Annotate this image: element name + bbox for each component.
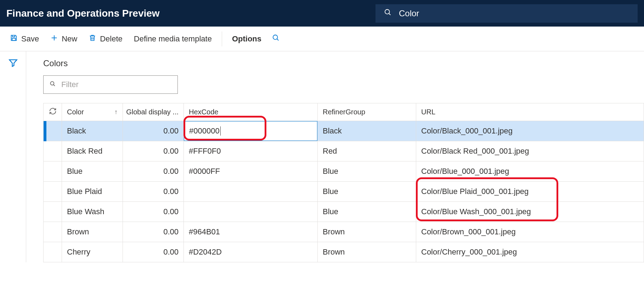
table-row[interactable]: Blue Wash 0.00 Blue Color/Blue Wash_000_…	[44, 202, 644, 222]
global-search[interactable]	[375, 4, 638, 23]
column-label: Global display ...	[126, 108, 179, 116]
search-icon	[49, 80, 56, 89]
sort-ascending-icon: ↑	[114, 108, 118, 116]
grid-filter[interactable]	[43, 75, 178, 94]
cell-display[interactable]: 0.00	[123, 161, 184, 182]
cell-color[interactable]: Blue Wash	[62, 202, 123, 222]
grid-filter-input[interactable]	[61, 80, 172, 89]
new-button[interactable]: New	[45, 31, 82, 47]
define-media-template-button[interactable]: Define media template	[129, 32, 217, 46]
table-row[interactable]: Cherry 0.00 #D2042D Brown Color/Cherry_0…	[44, 242, 644, 262]
save-icon	[10, 34, 18, 44]
cell-url[interactable]: Color/Brown_000_001.jpeg	[416, 222, 644, 242]
cell-hexcode[interactable]: #000000	[184, 121, 318, 141]
table-row[interactable]: Black 0.00 #000000 Black Color/Black_000…	[44, 121, 644, 141]
cell-display[interactable]: 0.00	[123, 202, 184, 222]
column-header-refinergroup[interactable]: RefinerGroup	[318, 103, 416, 121]
cell-hexcode[interactable]: #FFF0F0	[184, 141, 318, 161]
search-icon	[384, 8, 399, 18]
refresh-button[interactable]	[44, 103, 62, 121]
table-row[interactable]: Brown 0.00 #964B01 Brown Color/Brown_000…	[44, 222, 644, 242]
cell-color[interactable]: Black Red	[62, 141, 123, 161]
delete-label: Delete	[100, 34, 123, 44]
cell-color[interactable]: Blue Plaid	[62, 182, 123, 202]
cell-display[interactable]: 0.00	[123, 222, 184, 242]
grid-header: Color ↑ Global display ... HexCode Refin…	[44, 103, 644, 121]
cell-hexcode[interactable]: #0000FF	[184, 161, 318, 182]
svg-point-9	[50, 81, 54, 85]
cell-hexcode[interactable]	[184, 182, 318, 202]
cell-color[interactable]: Blue	[62, 161, 123, 182]
find-button[interactable]	[268, 31, 284, 47]
funnel-icon	[8, 63, 18, 69]
search-icon	[272, 34, 280, 44]
column-header-color[interactable]: Color ↑	[62, 103, 123, 121]
cell-url[interactable]: Color/Blue Plaid_000_001.jpeg	[416, 182, 644, 202]
cell-display[interactable]: 0.00	[123, 141, 184, 161]
content: Colors Color ↑	[26, 51, 644, 262]
row-selector[interactable]	[44, 121, 62, 141]
svg-point-7	[273, 35, 278, 39]
cell-display[interactable]: 0.00	[123, 242, 184, 262]
hexcode-input[interactable]: #000000	[184, 121, 317, 141]
global-search-input[interactable]	[399, 8, 629, 18]
cell-refiner[interactable]: Blue	[318, 161, 416, 182]
cell-color[interactable]: Brown	[62, 222, 123, 242]
row-selector[interactable]	[44, 242, 62, 262]
cell-url[interactable]: Color/Cherry_000_001.jpeg	[416, 242, 644, 262]
column-label: RefinerGroup	[323, 108, 365, 116]
cell-refiner[interactable]: Black	[318, 121, 416, 141]
column-header-url[interactable]: URL	[416, 103, 644, 121]
cell-url[interactable]: Color/Black Red_000_001.jpeg	[416, 141, 644, 161]
column-header-global-display[interactable]: Global display ...	[123, 103, 184, 121]
define-media-label: Define media template	[134, 34, 212, 44]
column-label: Color	[67, 108, 84, 116]
cell-display[interactable]: 0.00	[123, 182, 184, 202]
table-row[interactable]: Black Red 0.00 #FFF0F0 Red Color/Black R…	[44, 141, 644, 161]
row-selector[interactable]	[44, 222, 62, 242]
cell-url[interactable]: Color/Blue_000_001.jpeg	[416, 161, 644, 182]
filter-pane-button[interactable]	[8, 58, 18, 69]
column-header-hexcode[interactable]: HexCode	[184, 103, 318, 121]
svg-line-1	[389, 13, 391, 15]
hexcode-value: #000000	[189, 126, 220, 136]
divider	[222, 32, 222, 46]
top-nav: Finance and Operations Preview	[0, 0, 644, 27]
cell-refiner[interactable]: Red	[318, 141, 416, 161]
cell-url[interactable]: Color/Blue Wash_000_001.jpeg	[416, 202, 644, 222]
cell-refiner[interactable]: Brown	[318, 222, 416, 242]
cell-display[interactable]: 0.00	[123, 121, 184, 141]
column-label: HexCode	[189, 108, 218, 116]
cell-url[interactable]: Color/Black_000_001.jpeg	[416, 121, 644, 141]
refresh-icon	[49, 107, 57, 117]
cell-color[interactable]: Cherry	[62, 242, 123, 262]
cell-refiner[interactable]: Brown	[318, 242, 416, 262]
cell-color[interactable]: Black	[62, 121, 123, 141]
delete-button[interactable]: Delete	[84, 31, 128, 47]
cell-hexcode[interactable]	[184, 202, 318, 222]
row-selector[interactable]	[44, 202, 62, 222]
row-selector[interactable]	[44, 182, 62, 202]
save-label: Save	[21, 34, 39, 44]
cell-refiner[interactable]: Blue	[318, 182, 416, 202]
plus-icon	[50, 34, 58, 44]
main-area: Colors Color ↑	[0, 51, 644, 262]
colors-grid: Color ↑ Global display ... HexCode Refin…	[43, 103, 644, 262]
table-row[interactable]: Blue Plaid 0.00 Blue Color/Blue Plaid_00…	[44, 182, 644, 202]
row-selector[interactable]	[44, 141, 62, 161]
save-button[interactable]: Save	[5, 31, 44, 47]
cell-hexcode[interactable]: #D2042D	[184, 242, 318, 262]
svg-point-0	[385, 10, 390, 14]
options-label: Options	[232, 34, 261, 44]
svg-line-8	[277, 39, 279, 40]
column-label: URL	[421, 108, 435, 116]
action-bar: Save New Delete Define media template Op…	[0, 27, 644, 51]
cell-refiner[interactable]: Blue	[318, 202, 416, 222]
options-button[interactable]: Options	[227, 32, 266, 46]
table-row[interactable]: Blue 0.00 #0000FF Blue Color/Blue_000_00…	[44, 161, 644, 182]
trash-icon	[89, 34, 96, 44]
row-selector[interactable]	[44, 161, 62, 182]
app-title: Finance and Operations Preview	[6, 8, 160, 19]
svg-line-10	[53, 85, 55, 86]
cell-hexcode[interactable]: #964B01	[184, 222, 318, 242]
